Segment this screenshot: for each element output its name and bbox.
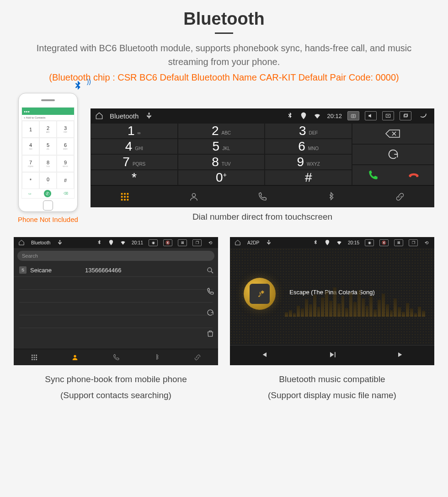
statusbar-time: 20:15 — [348, 240, 359, 245]
side-actions — [206, 266, 214, 340]
key-9[interactable]: 9WXYZ — [265, 154, 352, 170]
call-answer-button[interactable] — [352, 169, 393, 181]
key-4[interactable]: 4GHI — [91, 139, 178, 154]
next-track-button[interactable] — [396, 350, 405, 361]
statusbar-title: Bluetooth — [110, 112, 139, 120]
tab-bluetooth[interactable] — [297, 186, 365, 207]
tab-contacts[interactable] — [159, 186, 228, 207]
tab-bluetooth[interactable] — [136, 349, 177, 365]
header-section: Bluetooth Integrated with BC6 Bluetooth … — [0, 0, 448, 87]
dialer-screen: Bluetooth 20:12 1∞4GHI7PQRS* 2ABC — [91, 108, 434, 207]
list-item — [19, 290, 213, 303]
back-icon[interactable] — [417, 112, 430, 120]
phonebook-tabs — [14, 349, 218, 365]
list-item — [19, 277, 213, 290]
home-icon[interactable] — [235, 239, 241, 246]
music-body: Escape (The Pina Colada Song) ♪✱ — [230, 248, 434, 345]
bluetooth-icon — [71, 80, 84, 96]
tab-call-log[interactable] — [228, 186, 297, 207]
svg-rect-20 — [33, 357, 35, 358]
equalizer — [285, 280, 425, 317]
location-icon — [108, 239, 114, 246]
phone-bottom-bar: ▭ ✆ ⌫ — [22, 189, 74, 198]
svg-rect-0 — [351, 114, 355, 118]
contact-row[interactable]: S Seicane 13566664466 — [14, 264, 218, 277]
call-button-icon: ✆ — [44, 190, 51, 197]
screenshot-button[interactable]: ◉ — [149, 239, 158, 246]
key-7[interactable]: 7PQRS — [91, 154, 178, 170]
close-app-button[interactable]: ⊠ — [178, 239, 187, 246]
key-*[interactable]: * — [91, 170, 178, 185]
usb-icon — [145, 112, 153, 120]
bluetooth-status-icon — [286, 112, 294, 120]
key-#[interactable]: # — [265, 170, 352, 185]
dialer-caption: Dial number direct from touchscreen — [91, 211, 434, 223]
svg-rect-13 — [127, 199, 129, 200]
svg-rect-10 — [127, 196, 129, 198]
svg-rect-21 — [36, 357, 37, 358]
close-app-button[interactable] — [382, 111, 394, 120]
dialer-actions — [352, 123, 434, 185]
call-hangup-button[interactable] — [393, 169, 434, 181]
tab-dialpad[interactable] — [14, 349, 54, 365]
statusbar-time: 20:12 — [327, 113, 342, 119]
caption-line: Sync phone-book from mobile phone — [14, 373, 218, 386]
key-2[interactable]: 2ABC — [178, 123, 265, 139]
key-5[interactable]: 5JKL — [178, 139, 265, 154]
volume-button[interactable]: 🔇 — [379, 239, 389, 246]
recent-apps-button[interactable]: ❐ — [409, 239, 418, 246]
contact-badge: S — [19, 266, 27, 274]
key-6[interactable]: 6MNO — [265, 139, 352, 154]
sync-icon[interactable] — [206, 308, 214, 319]
page-description: Integrated with BC6 Bluetooth module, su… — [14, 41, 434, 69]
key-3[interactable]: 3DEF — [265, 123, 352, 139]
tab-pair[interactable] — [177, 349, 218, 365]
tab-call-log[interactable] — [96, 349, 136, 365]
play-pause-button[interactable] — [328, 350, 337, 361]
tab-dialpad[interactable] — [91, 186, 159, 207]
search-icon[interactable] — [206, 266, 214, 276]
prev-track-button[interactable] — [260, 350, 269, 361]
svg-rect-23 — [33, 359, 35, 360]
close-app-button[interactable]: ⊠ — [394, 239, 403, 246]
add-to-contacts: + Add to Contacts — [22, 115, 74, 121]
call-icon[interactable] — [206, 287, 214, 297]
phonebook-statusbar: Bluetooth 20:11 ◉ 🔇 ⊠ ❐ ⟲ — [14, 237, 218, 248]
home-icon[interactable] — [18, 239, 25, 246]
music-panel: A2DP 20:15 ◉ 🔇 ⊠ ❐ ⟲ Escape (The Pina — [230, 237, 434, 401]
svg-point-1 — [352, 115, 354, 117]
redial-button[interactable] — [352, 144, 434, 165]
back-icon[interactable]: ⟲ — [423, 239, 430, 246]
home-icon[interactable] — [95, 112, 103, 120]
screenshot-button[interactable]: ◉ — [365, 239, 374, 246]
usb-icon — [266, 239, 272, 246]
page-title: Bluetooth — [14, 9, 434, 29]
back-icon[interactable]: ⟲ — [207, 239, 213, 246]
search-input[interactable]: Search — [17, 251, 214, 261]
svg-rect-12 — [124, 199, 126, 200]
key-8[interactable]: 8TUV — [178, 154, 265, 170]
svg-rect-5 — [121, 193, 123, 195]
contact-name: Seicane — [30, 267, 85, 274]
volume-button[interactable] — [365, 111, 377, 120]
key-0[interactable]: 0+ — [178, 170, 265, 185]
key-1[interactable]: 1∞ — [91, 123, 178, 139]
tab-pair[interactable] — [366, 186, 434, 207]
backspace-button[interactable] — [352, 123, 434, 144]
screenshot-button[interactable] — [347, 111, 359, 120]
svg-rect-16 — [32, 355, 33, 356]
recent-apps-button[interactable]: ❐ — [192, 239, 202, 246]
volume-button[interactable]: 🔇 — [163, 239, 172, 246]
svg-rect-9 — [124, 196, 126, 198]
delete-icon[interactable] — [206, 330, 214, 340]
tab-contacts[interactable] — [54, 349, 95, 365]
svg-rect-11 — [121, 199, 123, 200]
caption-line: (Support display music file name) — [230, 389, 434, 402]
phone-keypad: 12ABC3DEF4GHI5JKL6MNO7PQRS8TUV9WXYZ*0+# — [22, 121, 74, 189]
music-statusbar: A2DP 20:15 ◉ 🔇 ⊠ ❐ ⟲ — [230, 237, 434, 248]
statusbar-time: 20:11 — [132, 240, 143, 245]
svg-point-25 — [74, 355, 76, 357]
wifi-icon — [336, 239, 342, 246]
recent-apps-button[interactable] — [400, 111, 411, 120]
dialer-statusbar: Bluetooth 20:12 — [91, 108, 434, 123]
